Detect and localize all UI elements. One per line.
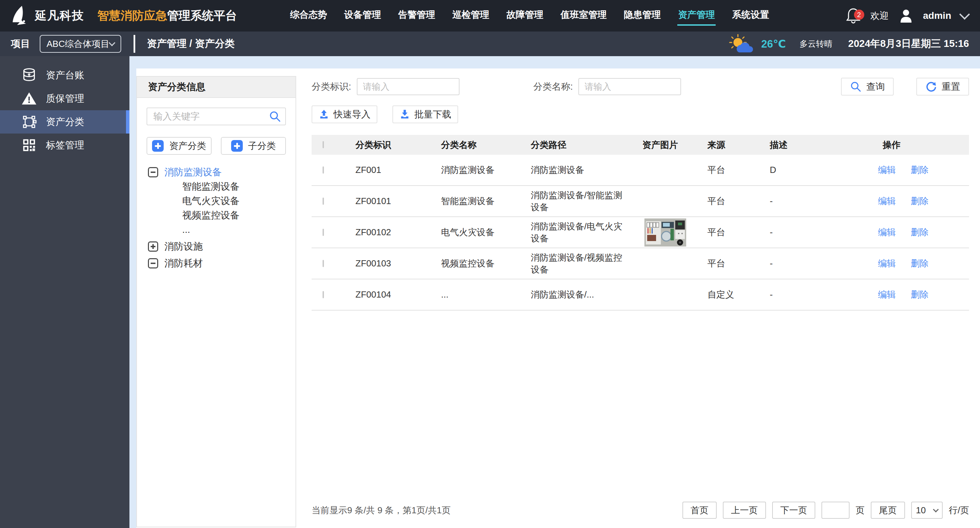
row-checkbox[interactable] — [323, 166, 324, 173]
cell-id: ZF00103 — [343, 258, 429, 269]
asset-thumbnail-electrical-cabinet[interactable] — [644, 218, 686, 247]
sidebar-item-label: 资产分类 — [46, 115, 84, 129]
select-all-checkbox[interactable] — [323, 141, 324, 148]
user-menu-chevron-down-icon[interactable] — [959, 9, 970, 19]
row-checkbox[interactable] — [323, 291, 324, 298]
collapse-minus-icon[interactable] — [148, 167, 158, 177]
temperature: 26℃ — [761, 38, 786, 50]
delete-link[interactable]: 删除 — [911, 195, 929, 207]
nav-inspection[interactable]: 巡检管理 — [452, 6, 490, 26]
main-nav: 综合态势 设备管理 告警管理 巡检管理 故障管理 值班室管理 隐患管理 资产管理… — [290, 0, 770, 32]
database-icon — [21, 67, 37, 83]
tree-search-input[interactable] — [146, 108, 286, 125]
table-row: ZF001 消防监测设备 消防监测设备 平台 D 编辑删除 — [312, 155, 969, 186]
refresh-icon — [925, 81, 937, 92]
tree-node-facilities[interactable]: 消防设施 — [148, 239, 296, 254]
tree-child-node[interactable]: 智能监测设备 — [148, 180, 296, 194]
nav-alarms[interactable]: 告警管理 — [398, 6, 436, 26]
tree-node-label[interactable]: 消防设施 — [164, 240, 203, 253]
sidebar-item-tag-management[interactable]: 标签管理 — [0, 134, 129, 157]
breadcrumb: 资产管理 / 资产分类 — [147, 37, 235, 51]
tree-node-root[interactable]: 消防监测设备 — [148, 165, 296, 180]
cell-id: ZF001 — [343, 165, 429, 175]
reset-button[interactable]: 重置 — [916, 78, 969, 95]
table-row: ZF00104 ... 消防监测设备/... 自定义 - 编辑删除 — [312, 280, 969, 310]
edit-link[interactable]: 编辑 — [878, 258, 896, 269]
nav-assets[interactable]: 资产管理 — [677, 6, 716, 26]
search-icon[interactable] — [269, 110, 281, 122]
filter-bar: 分类标识: 分类名称: 查询 — [312, 78, 969, 95]
cell-name: 智能监测设备 — [429, 195, 519, 207]
delete-link[interactable]: 删除 — [911, 164, 929, 176]
tree-node-consumables[interactable]: 消防耗材 — [148, 256, 296, 270]
add-category-button[interactable]: 资产分类 — [146, 137, 212, 155]
user-avatar-icon[interactable] — [899, 8, 913, 23]
notification-bell-icon[interactable]: 2 — [846, 8, 861, 24]
cell-image — [630, 218, 695, 247]
system-title: 智慧消防应急管理系统平台 — [97, 8, 237, 24]
project-select[interactable]: ABC综合体项目 — [40, 35, 121, 53]
main-area: 分类标识: 分类名称: 查询 — [312, 68, 969, 528]
cell-path: 消防监测设备/智能监测设备 — [519, 189, 630, 213]
bulk-actions: 快速导入 批量下载 — [312, 105, 458, 123]
edit-link[interactable]: 编辑 — [878, 164, 896, 176]
sidebar-item-warranty[interactable]: 质保管理 — [0, 87, 129, 110]
nav-devices[interactable]: 设备管理 — [344, 6, 382, 26]
cell-name: ... — [429, 289, 519, 300]
tree-child-node[interactable]: 视频监控设备 — [148, 208, 296, 223]
nav-faults[interactable]: 故障管理 — [506, 6, 544, 26]
delete-link[interactable]: 删除 — [911, 289, 929, 301]
batch-download-button[interactable]: 批量下载 — [392, 105, 458, 123]
weather-condition: 多云转晴 — [800, 38, 832, 49]
table-row: ZF00102 电气火灾设备 消防监测设备/电气火灾设备 — [312, 217, 969, 248]
row-checkbox[interactable] — [323, 229, 324, 236]
add-subcategory-button[interactable]: 子分类 — [221, 137, 286, 155]
page-number-input[interactable] — [821, 502, 850, 519]
page-size-chevron-down-icon — [933, 507, 939, 512]
username[interactable]: admin — [923, 10, 951, 21]
cell-id: ZF00104 — [343, 289, 429, 300]
col-header-source: 来源 — [695, 139, 757, 151]
edit-link[interactable]: 编辑 — [878, 195, 896, 207]
nav-hazards[interactable]: 隐患管理 — [623, 6, 662, 26]
project-chevron-down-icon — [108, 40, 115, 46]
page-size-select[interactable]: 10 — [911, 502, 943, 519]
next-page-button[interactable]: 下一页 — [772, 502, 815, 519]
table-row: ZF00103 视频监控设备 消防监测设备/视频监控设备 平台 - 编辑删除 — [312, 248, 969, 280]
expand-plus-icon[interactable] — [148, 242, 158, 252]
sidebar-item-asset-ledger[interactable]: 资产台账 — [0, 64, 129, 87]
last-page-button[interactable]: 尾页 — [871, 502, 905, 519]
category-id-input[interactable] — [357, 78, 460, 95]
nav-settings[interactable]: 系统设置 — [732, 6, 770, 26]
collapse-minus-icon[interactable] — [148, 258, 158, 269]
delete-link[interactable]: 删除 — [911, 226, 929, 238]
quick-import-label: 快速导入 — [334, 108, 371, 121]
sidebar-item-asset-category[interactable]: 资产分类 — [0, 110, 129, 134]
edit-link[interactable]: 编辑 — [878, 226, 896, 238]
search-button[interactable]: 查询 — [841, 78, 894, 95]
tree-node-label[interactable]: 消防监测设备 — [164, 166, 222, 179]
nav-duty-room[interactable]: 值班室管理 — [560, 6, 608, 26]
edit-link[interactable]: 编辑 — [878, 289, 896, 301]
content-area: 资产分类信息 资产分类 子分类 — [129, 56, 980, 528]
brand-sail-icon — [10, 5, 30, 26]
cell-name: 视频监控设备 — [429, 258, 519, 269]
prev-page-button[interactable]: 上一页 — [723, 502, 766, 519]
app-root: 延凡科技 智慧消防应急管理系统平台 综合态势 设备管理 告警管理 巡检管理 故障… — [0, 0, 980, 528]
tree-child-node[interactable]: 电气火灾设备 — [148, 194, 296, 208]
row-checkbox[interactable] — [323, 260, 324, 267]
sidebar-item-label: 标签管理 — [46, 139, 84, 152]
first-page-button[interactable]: 首页 — [682, 502, 717, 519]
nav-overview[interactable]: 综合态势 — [290, 6, 328, 26]
tree-node-label[interactable]: 消防耗材 — [164, 257, 203, 270]
quick-import-button[interactable]: 快速导入 — [312, 105, 377, 123]
col-header-ops: 操作 — [870, 139, 969, 151]
filter-group-name: 分类名称: — [533, 78, 681, 95]
tree-child-node-ellipsis[interactable]: ... — [148, 223, 296, 237]
category-name-input[interactable] — [578, 78, 681, 95]
row-checkbox[interactable] — [323, 197, 324, 205]
delete-link[interactable]: 删除 — [911, 258, 929, 269]
category-tree-panel: 资产分类信息 资产分类 子分类 — [136, 76, 296, 527]
table-header-row: 分类标识 分类名称 分类路径 资产图片 来源 描述 操作 — [312, 135, 969, 155]
cell-id: ZF00102 — [343, 227, 429, 238]
